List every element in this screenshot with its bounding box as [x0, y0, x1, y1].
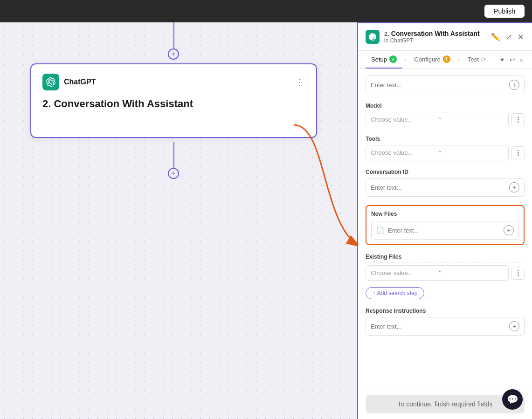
right-panel: 2. Conversation With Assistant in ChatGP…	[357, 22, 532, 419]
tools-chevron-icon: ⌃	[437, 150, 504, 156]
model-chevron-icon: ⌃	[437, 117, 504, 123]
panel-title-group: 2. Conversation With Assistant in ChatGP…	[384, 30, 485, 44]
new-files-label: New Files	[371, 211, 519, 217]
node-step-title: 2. Conversation With Assistant	[42, 98, 305, 110]
refresh-icon-btn[interactable]: ○	[519, 55, 525, 64]
plus-button-top[interactable]: +	[168, 48, 179, 60]
new-files-input[interactable]	[388, 227, 500, 234]
setup-badge: ✓	[389, 55, 397, 63]
close-icon-btn[interactable]: ✕	[517, 32, 525, 42]
system-prompt-input-row: +	[366, 76, 525, 94]
publish-button[interactable]: Publish	[484, 5, 525, 18]
top-bar: Publish	[0, 0, 532, 22]
file-icon: 📄	[376, 227, 384, 234]
edit-icon-btn[interactable]: ✏️	[490, 32, 501, 42]
response-instructions-add-btn[interactable]: +	[509, 321, 519, 331]
system-prompt-section: +	[366, 76, 525, 94]
existing-files-options-btn[interactable]	[511, 267, 525, 280]
system-prompt-input[interactable]	[371, 82, 509, 89]
conversation-id-label: Conversation ID	[366, 169, 525, 175]
existing-files-select-row: Choose value... ⌃	[366, 265, 525, 281]
chatgpt-icon	[42, 74, 59, 90]
tab-icon-row: ✦ ↩ ○	[498, 55, 525, 64]
conversation-id-add-btn[interactable]: +	[509, 182, 519, 192]
panel-app-icon	[366, 30, 380, 44]
response-instructions-label: Response Instructions	[366, 308, 525, 314]
conversation-id-input-row: +	[366, 178, 525, 197]
sparkle-icon-btn[interactable]: ✦	[498, 55, 506, 64]
existing-files-label: Existing Files	[366, 254, 525, 262]
conversation-id-input[interactable]	[371, 184, 509, 191]
panel-header-actions: ✏️ ⤢ ✕	[490, 32, 525, 42]
model-options-btn[interactable]	[511, 113, 525, 126]
panel-subtitle: in ChatGPT	[384, 37, 485, 44]
configure-badge: !	[443, 55, 450, 63]
existing-files-section: Existing Files Choose value... ⌃ + Add s…	[366, 254, 525, 299]
conversation-id-section: Conversation ID +	[366, 169, 525, 197]
panel-tabs: Setup ✓ › Configure ! › Test ⟳ ✦ ↩ ○	[358, 51, 532, 69]
new-files-section: New Files 📄 +	[366, 205, 525, 245]
system-prompt-add-btn[interactable]: +	[509, 80, 519, 90]
model-label: Model	[366, 103, 525, 109]
response-instructions-input-row: +	[366, 317, 525, 336]
tab-setup[interactable]: Setup ✓	[366, 51, 402, 69]
tools-label: Tools	[366, 136, 525, 142]
existing-files-select[interactable]: Choose value... ⌃	[366, 265, 509, 281]
tools-options-btn[interactable]	[511, 146, 525, 159]
response-instructions-input[interactable]	[371, 323, 509, 330]
panel-header: 2. Conversation With Assistant in ChatGP…	[358, 23, 532, 51]
node-menu-dots[interactable]: ⋮	[295, 76, 305, 88]
response-instructions-section: Response Instructions +	[366, 308, 525, 336]
continue-button: To continue, finish required fields	[366, 395, 525, 413]
panel-title: Conversation With Assistant	[391, 30, 485, 37]
tools-select-row: Choose value... ⌃	[366, 145, 525, 160]
existing-files-chevron-icon: ⌃	[437, 270, 504, 276]
add-search-step-btn[interactable]: + Add search step	[366, 287, 424, 299]
model-select[interactable]: Choose value... ⌃	[366, 112, 509, 127]
tab-configure[interactable]: Configure !	[408, 51, 456, 69]
tab-test[interactable]: Test ⟳	[462, 51, 492, 69]
undo-icon-btn[interactable]: ↩	[509, 55, 516, 64]
chat-bubble[interactable]: 💬	[502, 389, 523, 410]
tools-section: Tools Choose value... ⌃	[366, 136, 525, 160]
model-select-row: Choose value... ⌃	[366, 112, 525, 127]
tools-select[interactable]: Choose value... ⌃	[366, 145, 509, 160]
canvas: + + ChatGPT ⋮ 2. Conversation With Assis…	[0, 22, 357, 419]
expand-icon-btn[interactable]: ⤢	[505, 32, 513, 42]
node-app-name: ChatGPT	[64, 78, 96, 86]
chatgpt-node: ChatGPT ⋮ 2. Conversation With Assistant	[30, 63, 317, 138]
panel-step-num: 2.	[384, 30, 389, 37]
panel-content: + Model Choose value... ⌃ Tools Choose v…	[358, 69, 532, 389]
plus-button-bottom[interactable]: +	[168, 168, 179, 179]
model-section: Model Choose value... ⌃	[366, 103, 525, 127]
new-files-input-row: 📄 +	[371, 221, 519, 240]
new-files-add-btn[interactable]: +	[504, 225, 514, 235]
